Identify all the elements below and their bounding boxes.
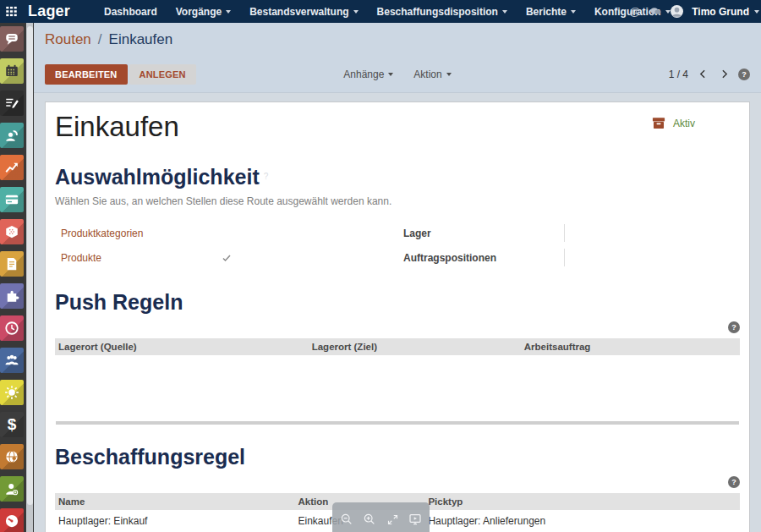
lager-label: Lager bbox=[397, 228, 564, 239]
menu-berichte[interactable]: Berichte bbox=[517, 0, 584, 23]
caret-down-icon bbox=[446, 73, 452, 76]
push-rules-section: Push Regeln ? Lagerort (Quelle) Lagerort… bbox=[55, 290, 740, 425]
apps-grid-icon[interactable] bbox=[0, 0, 23, 23]
world-phone-icon[interactable] bbox=[0, 444, 24, 469]
col-lagerort-quelle[interactable]: Lagerort (Quelle) bbox=[55, 338, 309, 355]
attachments-label: Anhänge bbox=[343, 69, 384, 80]
push-rules-help-icon[interactable]: ? bbox=[728, 321, 740, 333]
top-navbar: Lager Dashboard Vorgänge Bestandsverwalt… bbox=[0, 0, 761, 23]
edit-button[interactable]: BEARBEITEN bbox=[45, 64, 128, 85]
dollar-icon[interactable]: $ bbox=[0, 412, 24, 437]
calendar-icon[interactable] bbox=[0, 58, 24, 84]
col-picktyp[interactable]: Picktyp bbox=[424, 493, 740, 510]
push-rules-header-row: Lagerort (Quelle) Lagerort (Ziel) Arbeit… bbox=[55, 338, 740, 355]
members-icon[interactable] bbox=[0, 348, 24, 373]
caret-down-icon bbox=[754, 10, 759, 14]
fullscreen-icon[interactable] bbox=[384, 511, 401, 528]
caret-down-icon bbox=[226, 10, 231, 14]
pager-previous-icon[interactable] bbox=[696, 68, 709, 81]
archive-box-icon bbox=[650, 116, 667, 130]
field-lager: Lager bbox=[397, 221, 740, 245]
menu-label: Bestandsverwaltung bbox=[249, 6, 348, 18]
zoom-out-icon[interactable] bbox=[338, 511, 355, 528]
push-rules-table: Lagerort (Quelle) Lagerort (Ziel) Arbeit… bbox=[55, 338, 740, 355]
app-brand-title[interactable]: Lager bbox=[28, 3, 70, 20]
auftragspositionen-checkbox[interactable] bbox=[564, 249, 740, 266]
notes-icon[interactable] bbox=[0, 90, 24, 116]
selection-section: Auswahlmöglichkeit? Wählen Sie aus, an w… bbox=[55, 165, 740, 270]
page-title: Einkaufen bbox=[55, 111, 740, 143]
pager-next-icon[interactable] bbox=[717, 68, 731, 81]
checkmark-icon bbox=[222, 253, 232, 263]
procurement-help-icon[interactable]: ? bbox=[728, 476, 740, 488]
produktkategorien-link[interactable]: Produktkategorien bbox=[55, 228, 222, 239]
menu-label: Beschaffungsdisposition bbox=[377, 6, 498, 18]
auftragspositionen-label: Auftragspositionen bbox=[397, 252, 564, 264]
clock-icon[interactable] bbox=[0, 315, 24, 341]
puzzle-icon[interactable] bbox=[0, 283, 24, 309]
inventory-cube-icon[interactable] bbox=[0, 219, 24, 244]
action-dropdown[interactable]: Aktion bbox=[413, 69, 451, 80]
discuss-icon[interactable] bbox=[0, 26, 24, 52]
presentation-screen-icon[interactable] bbox=[407, 511, 424, 528]
status-box: Aktiv bbox=[650, 116, 695, 130]
status-badge: Aktiv bbox=[673, 118, 695, 129]
breadcrumb-routen-link[interactable]: Routen bbox=[45, 31, 91, 48]
user-menu[interactable]: Timo Grund bbox=[692, 6, 759, 18]
gauge-icon[interactable] bbox=[0, 508, 24, 532]
zoom-in-icon[interactable] bbox=[361, 511, 378, 528]
caret-down-icon bbox=[502, 10, 507, 14]
cell-name[interactable]: Hauptlager: Einkauf bbox=[55, 510, 295, 530]
dollar-glyph: $ bbox=[8, 415, 17, 434]
field-produkte: Produkte bbox=[55, 245, 397, 270]
top-menu-list: Dashboard Vorgänge Bestandsverwaltung Be… bbox=[96, 0, 679, 23]
col-name[interactable]: Name bbox=[55, 493, 295, 510]
user-avatar[interactable] bbox=[671, 5, 683, 18]
section-divider bbox=[56, 421, 739, 425]
selection-heading: Auswahlmöglichkeit bbox=[55, 165, 260, 189]
menu-label: Dashboard bbox=[104, 6, 157, 18]
messages-icon[interactable] bbox=[649, 6, 662, 18]
produktkategorien-checkbox[interactable] bbox=[222, 224, 397, 242]
menu-beschaffungsdisposition[interactable]: Beschaffungsdisposition bbox=[369, 0, 516, 23]
selection-description: Wählen Sie aus, an welchen Stellen diese… bbox=[55, 195, 740, 207]
procurement-heading: Beschaffungsregel bbox=[55, 445, 740, 469]
sun-icon[interactable] bbox=[0, 380, 24, 405]
produkte-checkbox[interactable] bbox=[222, 249, 397, 266]
sales-chart-icon[interactable] bbox=[0, 155, 24, 180]
sidebar-scrollbar-thumb[interactable] bbox=[27, 26, 33, 505]
user-name-label: Timo Grund bbox=[692, 6, 749, 18]
breadcrumb: Routen / Einkaufen bbox=[34, 23, 761, 56]
menu-label: Vorgänge bbox=[176, 6, 222, 18]
help-icon[interactable]: ? bbox=[738, 69, 750, 80]
document-icon[interactable] bbox=[0, 251, 24, 277]
employee-icon[interactable] bbox=[0, 476, 24, 502]
mentions-icon[interactable]: @ bbox=[629, 5, 640, 18]
push-rules-empty-body bbox=[55, 355, 740, 421]
menu-label: Berichte bbox=[526, 6, 567, 18]
app-switcher-sidebar: $ bbox=[0, 23, 34, 532]
attachments-dropdown[interactable]: Anhänge bbox=[343, 69, 393, 80]
col-lagerort-ziel[interactable]: Lagerort (Ziel) bbox=[309, 338, 521, 355]
produkte-link[interactable]: Produkte bbox=[55, 252, 222, 264]
menu-dashboard[interactable]: Dashboard bbox=[96, 0, 166, 23]
cell-picktyp-link[interactable]: Hauptlager: Anlieferungen bbox=[424, 510, 740, 530]
contacts-phone-icon[interactable] bbox=[0, 123, 24, 148]
selection-fields: Produktkategorien Produkte Lager bbox=[55, 221, 740, 270]
payment-card-icon[interactable] bbox=[0, 187, 24, 212]
lager-checkbox[interactable] bbox=[564, 224, 740, 242]
field-produktkategorien: Produktkategorien bbox=[55, 221, 397, 245]
menu-vorgaenge[interactable]: Vorgänge bbox=[167, 0, 239, 23]
action-label: Aktion bbox=[413, 69, 441, 80]
create-button[interactable]: ANLEGEN bbox=[129, 64, 196, 85]
field-auftragspositionen: Auftragspositionen bbox=[397, 245, 740, 270]
menu-bestandsverwaltung[interactable]: Bestandsverwaltung bbox=[241, 0, 366, 23]
help-marker-icon: ? bbox=[264, 172, 269, 181]
record-pager: 1 / 4 bbox=[669, 69, 688, 80]
breadcrumb-current: Einkaufen bbox=[109, 31, 173, 48]
col-arbeitsauftrag[interactable]: Arbeitsauftrag bbox=[521, 338, 740, 355]
caret-down-icon bbox=[571, 10, 576, 14]
main-workspace: Routen / Einkaufen BEARBEITEN ANLEGEN An… bbox=[34, 23, 761, 532]
caret-down-icon bbox=[353, 10, 359, 14]
breadcrumb-separator: / bbox=[98, 31, 102, 48]
